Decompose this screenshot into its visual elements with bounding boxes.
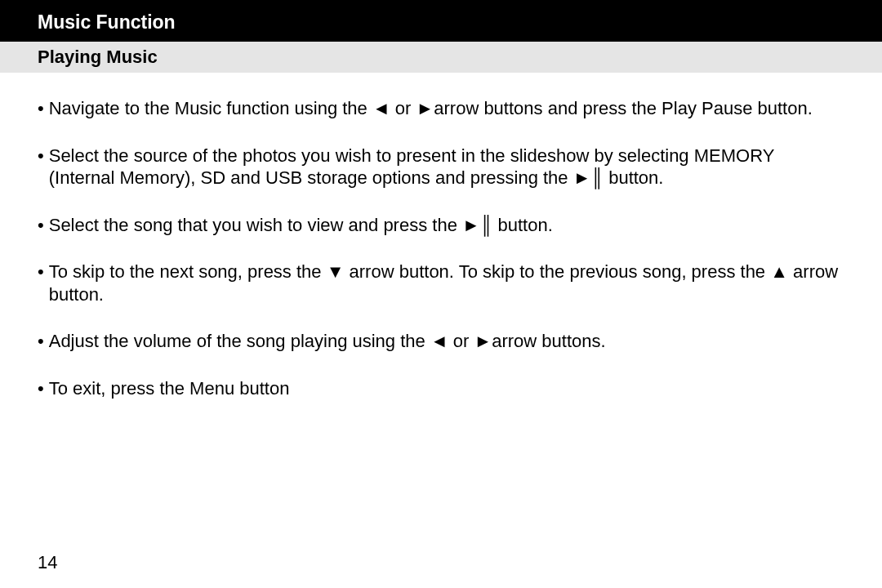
bullet-icon: • [38, 261, 49, 305]
bullet-text: To exit, press the Menu button [49, 377, 844, 400]
bullet-text: Select the source of the photos you wish… [49, 145, 844, 189]
section-header-title: Music Function [38, 11, 176, 33]
bullet-item: • Select the source of the photos you wi… [38, 145, 844, 189]
section-header: Music Function [0, 0, 882, 42]
bullet-icon: • [38, 145, 49, 189]
subsection-header: Playing Music [0, 42, 882, 73]
bullet-text: Select the song that you wish to view an… [49, 214, 844, 237]
bullet-item: • To exit, press the Menu button [38, 377, 844, 400]
page-number: 14 [38, 552, 57, 573]
bullet-icon: • [38, 97, 49, 120]
manual-page: Music Function Playing Music • Navigate … [0, 0, 882, 588]
subsection-header-title: Playing Music [38, 47, 158, 67]
bullet-item: • To skip to the next song, press the ▼ … [38, 261, 844, 305]
bullet-item: • Navigate to the Music function using t… [38, 97, 844, 120]
bullet-item: • Select the song that you wish to view … [38, 214, 844, 237]
bullet-text: Adjust the volume of the song playing us… [49, 330, 844, 353]
bullet-item: • Adjust the volume of the song playing … [38, 330, 844, 353]
bullet-icon: • [38, 330, 49, 353]
bullet-icon: • [38, 214, 49, 237]
bullet-icon: • [38, 377, 49, 400]
bullet-text: To skip to the next song, press the ▼ ar… [49, 261, 844, 305]
content-area: • Navigate to the Music function using t… [0, 73, 882, 399]
bullet-text: Navigate to the Music function using the… [49, 97, 844, 120]
